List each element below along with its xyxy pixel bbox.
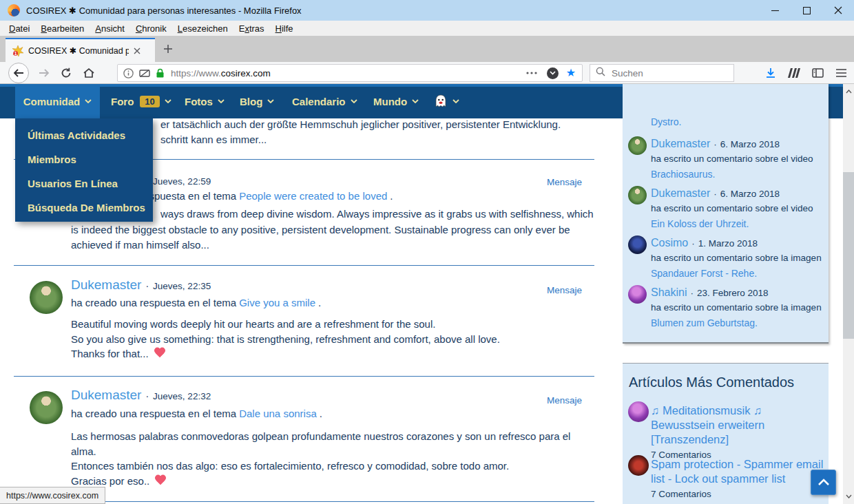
chevron-up-icon: [817, 479, 830, 486]
maximize-button[interactable]: [791, 0, 822, 21]
avatar[interactable]: [30, 281, 63, 314]
post-user-link[interactable]: Dukemaster: [71, 388, 141, 403]
scroll-to-top-button[interactable]: [811, 470, 836, 495]
post-time: Jueves, 22:35: [153, 281, 211, 291]
nav-item-fun-menu[interactable]: [434, 84, 459, 118]
avatar[interactable]: [30, 391, 63, 424]
browser-scrollbar[interactable]: [843, 84, 854, 504]
search-bar: [590, 64, 734, 82]
avatar[interactable]: [628, 401, 649, 422]
window-titlebar: COSIREX ✱ Comunidad para personas intere…: [0, 0, 854, 21]
close-button[interactable]: [822, 0, 854, 21]
bookmark-star-icon[interactable]: ★: [566, 67, 576, 78]
minimize-icon: [771, 7, 779, 14]
post-divider: [14, 376, 594, 377]
post-time: Jueves, 22:32: [153, 391, 211, 401]
heart-icon: [154, 475, 167, 485]
scrollbar-down-arrow[interactable]: [843, 491, 854, 502]
nav-item-fotos[interactable]: Fotos: [185, 84, 225, 118]
post-divider: [14, 265, 594, 266]
hamburger-menu-button[interactable]: [831, 62, 851, 84]
site-info-icon[interactable]: [123, 68, 134, 78]
firefox-logo-icon: [8, 4, 20, 17]
library-button[interactable]: [784, 62, 804, 84]
hamburger-icon: [836, 69, 846, 77]
nav-item-mundo[interactable]: Mundo: [373, 84, 419, 118]
back-button[interactable]: [8, 63, 29, 83]
avatar[interactable]: [628, 136, 647, 155]
menu-hilfe[interactable]: Hilfe: [270, 21, 299, 36]
avatar[interactable]: [628, 285, 647, 304]
downloads-button[interactable]: [760, 62, 781, 84]
nav-item-blog[interactable]: Blog: [240, 84, 274, 118]
reload-icon: [61, 67, 72, 78]
nav-item-comunidad[interactable]: Comunidad: [15, 84, 100, 118]
scrollbar-thumb[interactable]: [843, 172, 854, 339]
post-user-link[interactable]: Dukemaster: [71, 277, 141, 293]
menu-extras[interactable]: Extras: [233, 21, 270, 36]
dropdown-item-ultimas-actividades[interactable]: Últimas Actividades: [28, 129, 125, 141]
scrollbar-up-arrow[interactable]: [843, 86, 854, 97]
message-link[interactable]: Mensaje: [547, 285, 582, 295]
sidebar-activity-panel: Dystro. Dukemaster·6. Marzo 2018 ha escr…: [623, 84, 829, 344]
activity-target-link[interactable]: Spandauer Forst - Rehe.: [651, 268, 757, 279]
dropdown-item-miembros[interactable]: Miembros: [28, 154, 76, 165]
plus-icon: [163, 44, 173, 54]
topic-link[interactable]: Dale una sonrisa: [239, 408, 317, 419]
home-button[interactable]: [79, 62, 99, 84]
topic-link[interactable]: Give you a smile: [239, 297, 315, 308]
avatar[interactable]: [628, 455, 649, 476]
chevron-down-icon: [351, 99, 357, 103]
menu-bar: Datei Bearbeiten Ansicht Chronik Lesezei…: [0, 21, 854, 36]
sidebar-icon: [812, 68, 824, 78]
tab-cosirex[interactable]: 1 COSIREX ✱ Comunidad para p: [6, 38, 155, 62]
sidebar-toggle-button[interactable]: [807, 62, 828, 84]
heart-icon: [154, 348, 166, 358]
sidebar-articles-panel: Artículos Más Comentados ♫ Meditationsmu…: [623, 363, 829, 504]
topic-link[interactable]: People were created to be loved: [239, 190, 387, 202]
tab-close-icon: [134, 48, 140, 54]
activity-target-link[interactable]: Ein Koloss der Uhrzeit.: [651, 218, 749, 229]
dropdown-item-usuarios-en-linea[interactable]: Usuarios En Línea: [28, 178, 118, 189]
permissions-icon[interactable]: [139, 69, 150, 78]
message-link[interactable]: Mensaje: [547, 395, 582, 406]
new-tab-button[interactable]: [162, 43, 174, 55]
message-link[interactable]: Mensaje: [547, 177, 582, 187]
avatar[interactable]: [628, 235, 647, 254]
navigation-toolbar: https://www.cosirex.com ★: [0, 62, 854, 84]
search-input[interactable]: [610, 67, 716, 79]
menu-chronik[interactable]: Chronik: [130, 21, 172, 36]
page-actions-icon[interactable]: [526, 72, 537, 74]
article-link[interactable]: Spam protection - Spammer email list - L…: [651, 457, 827, 486]
nav-item-calendario[interactable]: Calendario: [292, 84, 357, 118]
activity-target-link[interactable]: Brachiosaurus.: [651, 169, 715, 180]
pocket-icon[interactable]: [547, 67, 559, 79]
chevron-down-icon: [165, 99, 171, 103]
nav-item-foro[interactable]: Foro 10: [111, 84, 171, 118]
menu-lesezeichen[interactable]: Lesezeichen: [172, 21, 233, 36]
menu-bearbeiten[interactable]: Bearbeiten: [35, 21, 90, 36]
activity-user-link[interactable]: Shakini: [651, 286, 687, 298]
reload-button[interactable]: [56, 62, 76, 84]
activity-user-link[interactable]: Dukemaster: [651, 187, 710, 199]
browser-window: COSIREX ✱ Comunidad para personas intere…: [0, 0, 854, 504]
forward-button[interactable]: [34, 62, 54, 84]
activity-user-link[interactable]: Dukemaster: [651, 138, 710, 149]
activity-target-link[interactable]: Blumen zum Geburtstag.: [651, 317, 758, 328]
dropdown-item-busqueda-de-miembros[interactable]: Búsqueda De Miembros: [28, 202, 145, 213]
tab-close-button[interactable]: [130, 44, 144, 58]
avatar[interactable]: [628, 186, 647, 204]
url-input[interactable]: https://www.cosirex.com ★: [117, 64, 583, 82]
activity-user-link[interactable]: Cosimo: [651, 237, 688, 249]
article-link[interactable]: ♫ Meditationsmusik ♫ Bewusstsein erweite…: [651, 403, 827, 447]
chevron-down-icon: [846, 494, 852, 498]
feed-post: Dukemaster · Jueves, 22:32 Mensaje ha cr…: [0, 388, 594, 498]
menu-ansicht[interactable]: Ansicht: [90, 21, 130, 36]
menu-datei[interactable]: Datei: [3, 21, 35, 36]
forward-arrow-icon: [39, 68, 50, 78]
activity-target-link[interactable]: Dystro.: [651, 116, 681, 127]
window-title: COSIREX ✱ Comunidad para personas intere…: [26, 6, 302, 16]
minimize-button[interactable]: [759, 0, 791, 21]
https-lock-icon[interactable]: [156, 68, 165, 78]
chevron-down-icon: [85, 99, 92, 103]
